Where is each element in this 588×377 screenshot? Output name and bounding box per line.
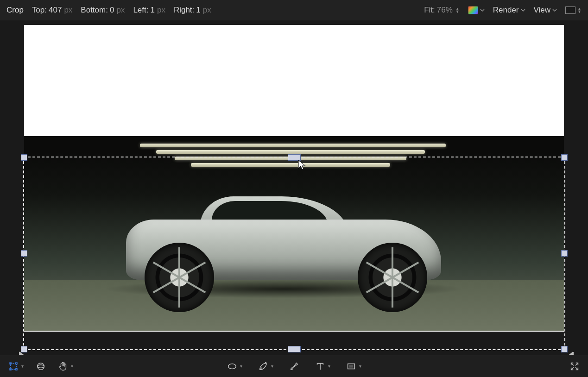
render-menu[interactable]: Render <box>493 6 525 15</box>
view-layout-icon <box>565 6 575 14</box>
crop-handle-mid-top[interactable] <box>288 154 301 161</box>
chevron-down-icon <box>521 6 525 15</box>
crop-top-label: Top: <box>32 6 47 15</box>
crop-right-label: Right: <box>174 6 194 15</box>
crop-left-value[interactable]: 1 <box>150 6 154 15</box>
pen-tool-button[interactable]: ▾ <box>258 361 273 371</box>
svg-point-6 <box>38 364 44 367</box>
ellipse-shape-icon <box>227 361 237 371</box>
crop-bottom-unit: px <box>116 6 125 15</box>
crop-left-unit: px <box>157 6 165 15</box>
fit-stepper-icon[interactable]: ▲▼ <box>455 7 460 13</box>
crop-mode-label: Crop <box>6 6 24 15</box>
svg-rect-10 <box>349 365 353 368</box>
top-toolbar: Crop Top: 407px Bottom: 0px Left: 1px Ri… <box>0 0 588 20</box>
crop-top-field[interactable]: Top: 407px <box>32 6 72 15</box>
crop-right-unit: px <box>203 6 211 15</box>
zoom-fit-control[interactable]: Fit: 76% ▲▼ <box>424 6 460 15</box>
view-layout-menu[interactable]: ▲▼ <box>565 6 582 14</box>
view-menu[interactable]: View <box>534 6 557 15</box>
crop-handle-top-left[interactable] <box>21 154 27 161</box>
rectangle-mask-icon <box>346 361 356 371</box>
bottom-toolbar: ▾ ▾ ▾ ▾ ▾ ▾ <box>0 355 588 377</box>
brush-tool-button[interactable] <box>289 361 299 371</box>
crop-bottom-value[interactable]: 0 <box>110 6 114 15</box>
view-label: View <box>534 6 551 15</box>
fit-value[interactable]: 76% <box>437 6 453 15</box>
transform-tool-button[interactable]: ▾ <box>8 361 24 371</box>
fit-label: Fit: <box>424 6 435 15</box>
stepper-icon: ▲▼ <box>577 7 582 13</box>
fullscreen-button[interactable] <box>569 361 580 371</box>
pen-tool-icon <box>258 361 268 371</box>
render-label: Render <box>493 6 519 15</box>
chevron-down-icon: ▾ <box>240 364 242 369</box>
chevron-down-icon: ▾ <box>328 364 330 369</box>
shape-tool-button[interactable]: ▾ <box>227 361 242 371</box>
canvas-frame <box>24 25 564 332</box>
color-channel-menu[interactable] <box>468 6 485 15</box>
hand-tool-icon <box>58 361 68 371</box>
chevron-down-icon: ▾ <box>271 364 273 369</box>
crop-right-value[interactable]: 1 <box>196 6 200 15</box>
text-tool-icon <box>315 361 325 371</box>
text-tool-button[interactable]: ▾ <box>315 361 330 371</box>
svg-point-5 <box>38 363 44 370</box>
viewer-canvas[interactable]: B020C003_101219_R1ZL <box>0 20 588 355</box>
crop-bottom-field[interactable]: Bottom: 0px <box>81 6 125 15</box>
chevron-down-icon <box>552 6 557 15</box>
chevron-down-icon: ▾ <box>359 364 361 369</box>
svg-point-7 <box>228 364 236 369</box>
hand-tool-button[interactable]: ▾ <box>58 361 73 371</box>
orbit-tool-button[interactable] <box>36 361 46 371</box>
brush-tool-icon <box>289 361 299 371</box>
crop-handle-top-right[interactable] <box>561 154 568 161</box>
mask-tool-button[interactable]: ▾ <box>346 361 361 371</box>
svg-point-8 <box>265 362 266 364</box>
crop-left-field[interactable]: Left: 1px <box>133 6 165 15</box>
chevron-down-icon <box>480 6 485 15</box>
orbit-tool-icon <box>36 361 46 371</box>
crop-right-field[interactable]: Right: 1px <box>174 6 211 15</box>
car-graphic <box>126 187 441 308</box>
crop-handle-mid-right[interactable] <box>561 250 568 257</box>
expand-icon <box>569 361 580 371</box>
crop-bottom-label: Bottom: <box>81 6 108 15</box>
crop-left-label: Left: <box>133 6 148 15</box>
crop-top-value[interactable]: 407 <box>49 6 62 15</box>
transform-tool-icon <box>8 361 19 371</box>
clip-image <box>24 136 564 331</box>
chevron-down-icon: ▾ <box>71 364 73 369</box>
chevron-down-icon: ▾ <box>21 364 24 369</box>
color-channel-icon <box>468 6 478 14</box>
crop-handle-mid-left[interactable] <box>21 250 27 257</box>
crop-top-unit: px <box>64 6 72 15</box>
